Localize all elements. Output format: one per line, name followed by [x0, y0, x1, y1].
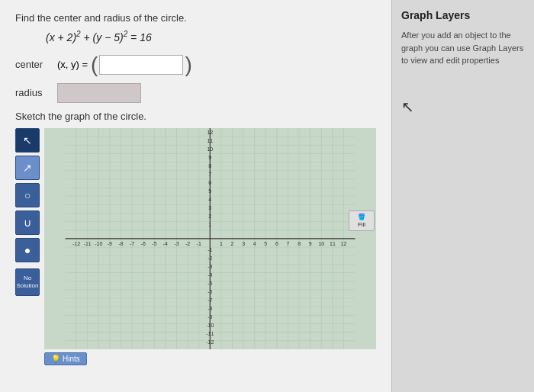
svg-text:-7: -7: [207, 297, 212, 303]
svg-text:12: 12: [341, 241, 347, 246]
equation-display: (x + 2)2 + (y − 5)2 = 16: [15, 30, 376, 43]
graph-layers-description: After you add an object to the graph you…: [401, 29, 525, 67]
pointer-tool[interactable]: ↖: [15, 128, 40, 153]
cursor-icon: ↖: [401, 98, 525, 116]
graph-toolbar: ↖ ↗ ○ ∪ ● NoSolution: [15, 128, 40, 365]
svg-text:-8: -8: [207, 306, 212, 311]
graph-layers-title: Graph Layers: [401, 9, 525, 21]
center-label: center: [15, 59, 57, 70]
svg-text:7: 7: [287, 241, 290, 246]
svg-text:-7: -7: [130, 241, 134, 246]
svg-text:-1: -1: [207, 247, 212, 252]
circle-tool[interactable]: ○: [15, 183, 40, 207]
fill-icon: 🪣: [358, 214, 365, 220]
radius-input[interactable]: [57, 83, 141, 103]
svg-text:5: 5: [264, 241, 267, 246]
svg-text:5: 5: [208, 188, 211, 194]
svg-text:-5: -5: [152, 241, 156, 246]
svg-text:10: 10: [318, 241, 324, 246]
svg-text:4: 4: [253, 241, 256, 246]
open-paren: (: [91, 54, 98, 76]
svg-text:3: 3: [242, 241, 245, 246]
center-xy-label: (x, y) =: [57, 59, 88, 70]
graph-canvas[interactable]: 12 11 10 9 8 7 6 5 4 3 2 1 -1: [44, 128, 376, 349]
svg-text:-2: -2: [185, 241, 190, 246]
no-solution-button[interactable]: NoSolution: [15, 268, 40, 296]
svg-text:-6: -6: [207, 289, 212, 294]
svg-text:12: 12: [207, 130, 213, 135]
svg-text:-12: -12: [206, 339, 214, 345]
svg-text:-5: -5: [207, 281, 212, 286]
svg-text:9: 9: [208, 155, 211, 160]
hints-icon: 💡: [51, 355, 60, 363]
svg-text:7: 7: [208, 172, 211, 177]
curve-tool[interactable]: ∪: [15, 210, 40, 235]
fill-button[interactable]: 🪣 Fill: [349, 210, 375, 231]
hints-button[interactable]: 💡 Hints: [44, 352, 87, 365]
graph-layers-panel: Graph Layers After you add an object to …: [391, 0, 534, 392]
svg-text:6: 6: [208, 180, 211, 185]
svg-text:-4: -4: [207, 272, 212, 278]
svg-text:11: 11: [330, 241, 336, 246]
svg-text:4: 4: [208, 197, 211, 202]
svg-text:1: 1: [220, 241, 223, 246]
svg-text:-3: -3: [174, 241, 179, 246]
svg-text:6: 6: [275, 241, 278, 246]
svg-text:3: 3: [208, 205, 211, 210]
svg-text:-11: -11: [206, 331, 214, 336]
center-input[interactable]: [99, 55, 183, 75]
graph-wrapper: 12 11 10 9 8 7 6 5 4 3 2 1 -1: [44, 128, 376, 365]
problem-instruction: Find the center and radius of the circle…: [15, 12, 376, 24]
svg-text:-9: -9: [207, 314, 212, 320]
svg-text:-10: -10: [206, 323, 214, 328]
svg-text:-12: -12: [72, 241, 80, 246]
dot-tool[interactable]: ●: [15, 238, 40, 262]
svg-text:-11: -11: [84, 241, 92, 246]
svg-text:10: 10: [207, 146, 213, 152]
svg-text:-3: -3: [207, 264, 212, 269]
svg-text:-9: -9: [108, 241, 112, 246]
svg-text:-10: -10: [95, 241, 102, 246]
svg-text:2: 2: [208, 214, 211, 219]
arrow-tool[interactable]: ↗: [15, 156, 40, 180]
svg-text:-8: -8: [118, 241, 123, 246]
hints-label: Hints: [63, 355, 80, 363]
svg-text:8: 8: [298, 241, 301, 246]
fill-label: Fill: [358, 221, 365, 228]
svg-text:1: 1: [208, 222, 211, 227]
svg-text:-4: -4: [163, 241, 168, 246]
svg-text:11: 11: [207, 138, 213, 143]
sketch-label: Sketch the graph of the circle.: [15, 111, 376, 122]
svg-text:8: 8: [208, 163, 211, 169]
svg-text:2: 2: [231, 241, 234, 246]
svg-text:-2: -2: [207, 255, 212, 261]
radius-label: radius: [15, 87, 57, 98]
svg-text:9: 9: [309, 241, 312, 246]
close-paren: ): [185, 54, 191, 76]
svg-text:-6: -6: [141, 241, 146, 246]
svg-text:-1: -1: [197, 241, 201, 246]
